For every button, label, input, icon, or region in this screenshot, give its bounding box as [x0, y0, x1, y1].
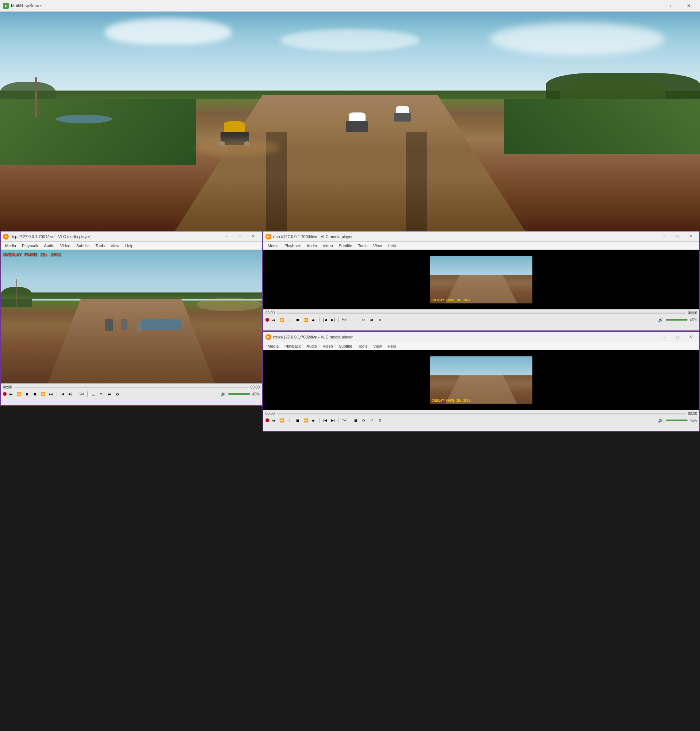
vlc1-menu-tools[interactable]: Tools: [92, 243, 108, 249]
vlc3-rewind-btn[interactable]: ⏪: [278, 417, 285, 424]
vlc3-pause-btn[interactable]: ⏸: [286, 417, 293, 424]
vlc2-stop-btn[interactable]: ⏹: [294, 317, 301, 323]
vlc1-slow-btn[interactable]: ½×: [78, 391, 85, 397]
vlc1-forward-btn[interactable]: ⏩: [40, 391, 47, 397]
vlc1-progress-bar[interactable]: [14, 387, 248, 388]
vlc2-menu-media[interactable]: Media: [265, 243, 282, 249]
vlc2-maximize-btn[interactable]: □: [671, 232, 684, 242]
vlc3-menu-help[interactable]: Help: [385, 343, 399, 349]
vlc3-stop-btn[interactable]: ⏹: [294, 417, 301, 424]
vlc3-forward-btn[interactable]: ⏩: [302, 417, 309, 424]
vlc-window-2: ▶ rtsp://127.0.0.1:7000/live - VLC media…: [263, 231, 700, 331]
vlc3-maximize-btn[interactable]: □: [671, 332, 684, 342]
vlc2-frame-next[interactable]: ▶|: [329, 317, 337, 323]
vlc3-frame-next[interactable]: ▶|: [329, 417, 337, 424]
vlc1-random-btn[interactable]: ⇌: [106, 391, 113, 397]
minimize-button[interactable]: ─: [647, 0, 663, 12]
vlc3-loop-btn[interactable]: ⟳: [360, 417, 367, 424]
vlc3-progress-bar[interactable]: [277, 413, 686, 414]
vlc2-close-btn[interactable]: ✕: [684, 232, 697, 242]
titlebar-left: ▶ MultiRtspServer: [3, 3, 42, 9]
vlc3-menu-view[interactable]: View: [370, 343, 385, 349]
vlc3-record-dot[interactable]: [266, 418, 269, 422]
vlc3-vol-icon[interactable]: 🔊: [658, 418, 663, 423]
vlc3-menu-media[interactable]: Media: [265, 343, 282, 349]
vlc2-random-btn[interactable]: ⇌: [368, 317, 376, 323]
vlc1-rider-1: [105, 319, 113, 331]
vlc3-volume-bar[interactable]: [666, 420, 688, 421]
vlc3-menu-tools[interactable]: Tools: [355, 343, 370, 349]
vlc1-vol-icon[interactable]: 🔊: [220, 392, 226, 396]
cloud-1: [105, 18, 231, 44]
vlc1-maximize-btn[interactable]: □: [233, 232, 247, 242]
vlc1-playlist-btn[interactable]: ☰: [90, 391, 97, 397]
vlc2-menu-playback[interactable]: Playback: [282, 243, 304, 249]
vlc1-menu-audio[interactable]: Audio: [41, 243, 57, 249]
vlc1-prev-btn[interactable]: ⏮: [7, 391, 15, 397]
vlc2-progress-bar[interactable]: [277, 313, 686, 314]
vlc1-menubar: Media Playback Audio Video Subtitle Tool…: [1, 242, 262, 250]
vlc1-menu-subtitle[interactable]: Subtitle: [73, 243, 93, 249]
vlc1-rewind-btn[interactable]: ⏪: [15, 391, 23, 397]
main-video-background: [0, 12, 700, 231]
vlc3-playlist-btn[interactable]: ☰: [352, 417, 359, 424]
vlc1-sep-3: [87, 392, 88, 396]
vlc2-titlebar-left: ▶ rtsp://127.0.0.1:7000/live - VLC media…: [266, 234, 353, 239]
vlc3-next-btn[interactable]: ⏭: [310, 417, 317, 424]
vlc1-close-btn[interactable]: ✕: [247, 232, 260, 242]
vlc1-record-dot[interactable]: [3, 392, 7, 396]
vlc1-extended-btn[interactable]: ⚙: [114, 391, 121, 397]
vlc3-menu-subtitle[interactable]: Subtitle: [336, 343, 355, 349]
vlc1-menu-help[interactable]: Help: [122, 243, 136, 249]
vlc2-minimize-btn[interactable]: ─: [657, 232, 671, 242]
vlc1-haze: [197, 298, 262, 311]
vlc1-frame-next[interactable]: ▶|: [67, 391, 74, 397]
vlc2-record-dot[interactable]: [266, 318, 269, 322]
vlc2-rewind-btn[interactable]: ⏪: [278, 317, 285, 323]
helmet-1: [224, 121, 245, 132]
vlc2-frame-prev[interactable]: |◀: [321, 317, 329, 323]
close-button[interactable]: ✕: [680, 0, 697, 12]
vlc2-menu-video[interactable]: Video: [320, 243, 336, 249]
vlc3-frame-prev[interactable]: |◀: [321, 417, 329, 424]
vlc2-menu-subtitle[interactable]: Subtitle: [336, 243, 355, 249]
vlc3-prev-btn[interactable]: ⏮: [270, 417, 277, 424]
vlc1-next-btn[interactable]: ⏭: [47, 391, 55, 397]
vlc2-loop-btn[interactable]: ⟳: [360, 317, 367, 323]
vlc1-menu-view[interactable]: View: [108, 243, 122, 249]
vlc3-menu-audio[interactable]: Audio: [304, 343, 320, 349]
vlc3-random-btn[interactable]: ⇌: [368, 417, 376, 424]
vlc2-volume-bar[interactable]: [666, 319, 688, 321]
vlc2-menu-tools[interactable]: Tools: [355, 243, 370, 249]
vlc3-slow-btn[interactable]: ½×: [341, 417, 348, 424]
vlc2-forward-btn[interactable]: ⏩: [302, 317, 309, 323]
vlc2-playlist-btn[interactable]: ☰: [352, 317, 359, 323]
maximize-button[interactable]: □: [663, 0, 680, 12]
vlc2-menu-view[interactable]: View: [370, 243, 385, 249]
vlc2-menu-help[interactable]: Help: [385, 243, 399, 249]
vlc1-pause-btn[interactable]: ⏸: [23, 391, 31, 397]
vlc2-vol-icon[interactable]: 🔊: [658, 317, 663, 322]
vlc1-frame-prev[interactable]: |◀: [59, 391, 66, 397]
vlc3-menu-video[interactable]: Video: [320, 343, 336, 349]
vlc1-menu-video[interactable]: Video: [57, 243, 73, 249]
vlc1-volume-bar[interactable]: [228, 393, 250, 395]
vlc2-extended-btn[interactable]: ⚙: [376, 317, 383, 323]
vlc1-rider-3: [136, 322, 142, 332]
vlc3-close-btn[interactable]: ✕: [684, 332, 697, 342]
vlc1-menu-playback[interactable]: Playback: [19, 243, 41, 249]
vlc2-menu-audio[interactable]: Audio: [304, 243, 320, 249]
vlc1-stop-btn[interactable]: ⏹: [31, 391, 39, 397]
vlc2-next-btn[interactable]: ⏭: [310, 317, 317, 323]
vlc1-menu-media[interactable]: Media: [2, 243, 19, 249]
vlc2-pause-btn[interactable]: ⏸: [286, 317, 293, 323]
vlc3-extended-btn[interactable]: ⚙: [376, 417, 383, 424]
vlc3-minimize-btn[interactable]: ─: [657, 332, 671, 342]
vlc1-minimize-btn[interactable]: ─: [220, 232, 233, 242]
vlc2-prev-btn[interactable]: ⏮: [270, 317, 277, 323]
vlc3-menu-playback[interactable]: Playback: [282, 343, 304, 349]
vlc2-thumb-ground: OVERLAY FRAME ID: 2879: [430, 275, 533, 304]
vlc2-slow-btn[interactable]: ½×: [341, 317, 348, 323]
vlc1-loop-btn[interactable]: ⟳: [97, 391, 105, 397]
pole-1: [35, 78, 37, 117]
